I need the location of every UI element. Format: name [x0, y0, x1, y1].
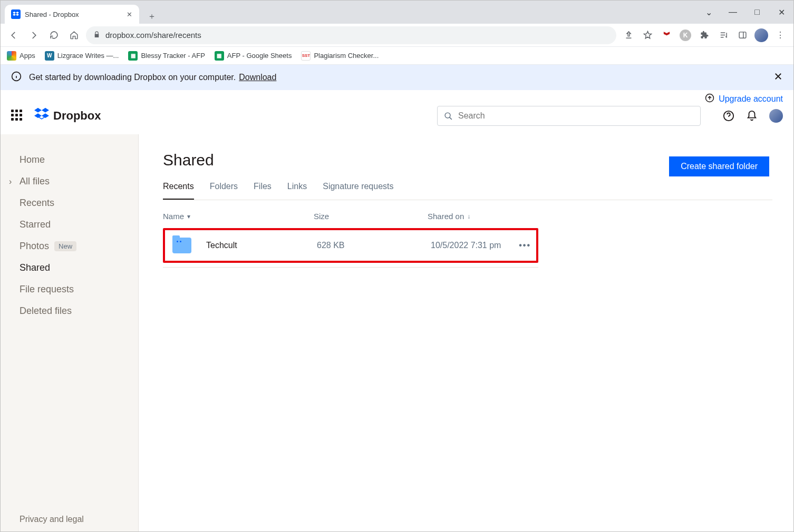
app-header: Dropbox — [1, 105, 793, 134]
reload-button[interactable] — [46, 27, 62, 43]
bookmark-apps[interactable]: Apps — [7, 51, 35, 61]
home-button[interactable] — [66, 27, 82, 43]
row-name: Techcult — [206, 241, 317, 250]
back-button[interactable] — [6, 27, 22, 43]
bookmarks-bar: Apps WLizgrace Writes —... ▦Blessy Track… — [1, 47, 793, 65]
bookmark-plagiarism[interactable]: SSTPlagiarism Checker... — [301, 51, 379, 61]
tab-recents[interactable]: Recents — [163, 182, 194, 200]
svg-point-3 — [445, 113, 450, 118]
dropbox-logo[interactable]: Dropbox — [34, 107, 101, 125]
sidebar-item-photos[interactable]: PhotosNew — [1, 235, 138, 257]
close-window-button[interactable]: ✕ — [769, 3, 793, 22]
table-header: Name▾ Size Shared on↓ — [163, 200, 538, 228]
upgrade-icon — [705, 93, 714, 105]
side-panel-icon[interactable] — [734, 27, 750, 43]
browser-toolbar: dropbox.com/share/recents K ⋮ — [1, 24, 793, 47]
help-icon[interactable] — [723, 110, 734, 122]
tab-links[interactable]: Links — [287, 182, 307, 200]
column-size[interactable]: Size — [314, 212, 428, 221]
close-tab-icon[interactable]: ✕ — [125, 11, 133, 18]
sidebar-item-recents[interactable]: Recents — [1, 192, 138, 214]
url-text: dropbox.com/share/recents — [105, 31, 201, 40]
table-row[interactable]: Techcult 628 KB 10/5/2022 7:31 pm ••• — [165, 230, 536, 261]
bookmark-lizgrace[interactable]: WLizgrace Writes —... — [45, 51, 119, 61]
search-icon — [444, 112, 453, 121]
sidebar-item-deleted-files[interactable]: Deleted files — [1, 300, 138, 322]
tab-title: Shared - Dropbox — [25, 11, 121, 18]
tab-signature-requests[interactable]: Signature requests — [323, 182, 393, 200]
tab-strip: Shared - Dropbox ✕ ＋ — [1, 1, 793, 24]
close-banner-icon[interactable] — [773, 72, 783, 83]
sort-arrow-icon: ↓ — [467, 213, 470, 220]
extensions-icon[interactable] — [696, 27, 712, 43]
mcafee-icon[interactable] — [659, 27, 674, 43]
row-separator — [163, 267, 538, 268]
row-shared-on: 10/5/2022 7:31 pm — [431, 241, 531, 250]
bookmark-star-icon[interactable] — [640, 27, 655, 43]
forward-button[interactable] — [26, 27, 42, 43]
dropbox-favicon — [11, 9, 21, 19]
privacy-legal-link[interactable]: Privacy and legal — [1, 509, 138, 529]
search-input[interactable] — [458, 111, 694, 121]
browser-tab[interactable]: Shared - Dropbox ✕ — [5, 5, 139, 24]
column-name[interactable]: Name▾ — [163, 212, 314, 221]
main-panel: Shared Create shared folder Recents Fold… — [139, 134, 793, 532]
search-box[interactable] — [437, 106, 701, 126]
chrome-menu-icon[interactable]: ⋮ — [772, 27, 788, 43]
sort-indicator-icon: ▾ — [187, 213, 190, 220]
shared-folder-icon — [172, 238, 191, 253]
sidebar: Home All files Recents Starred PhotosNew… — [1, 134, 139, 532]
app-launcher-icon[interactable] — [11, 110, 24, 122]
upgrade-link[interactable]: Upgrade account — [719, 94, 783, 104]
download-banner: Get started by downloading Dropbox on yo… — [1, 65, 793, 90]
row-size: 628 KB — [317, 241, 431, 250]
create-shared-folder-button[interactable]: Create shared folder — [669, 156, 769, 176]
content-area: Home All files Recents Starred PhotosNew… — [1, 134, 793, 532]
row-more-icon[interactable]: ••• — [519, 241, 531, 250]
browser-chrome: ⌄ — □ ✕ Shared - Dropbox ✕ ＋ — [1, 1, 793, 65]
tabs: Recents Folders Files Links Signature re… — [163, 182, 772, 200]
download-link[interactable]: Download — [239, 73, 276, 82]
sidebar-item-file-requests[interactable]: File requests — [1, 279, 138, 300]
toolbar-actions: K ⋮ — [621, 27, 788, 43]
tab-files[interactable]: Files — [254, 182, 272, 200]
upgrade-row: Upgrade account — [1, 90, 793, 105]
minimize-button[interactable]: — — [721, 3, 745, 22]
reading-list-icon[interactable] — [715, 27, 731, 43]
dropbox-mark-icon — [34, 107, 49, 125]
profile-avatar-icon[interactable] — [753, 27, 769, 43]
header-actions — [723, 109, 783, 123]
notifications-icon[interactable] — [746, 110, 758, 122]
new-tab-button[interactable]: ＋ — [144, 9, 159, 24]
sidebar-item-home[interactable]: Home — [1, 149, 138, 171]
chevron-down-icon[interactable]: ⌄ — [696, 3, 721, 22]
svg-rect-0 — [739, 32, 746, 38]
banner-text: Get started by downloading Dropbox on yo… — [29, 73, 236, 82]
bookmark-afp[interactable]: ▦AFP - Google Sheets — [215, 51, 292, 61]
share-icon[interactable] — [621, 27, 636, 43]
bookmark-blessy[interactable]: ▦Blessy Tracker - AFP — [128, 51, 205, 61]
new-badge: New — [54, 241, 76, 251]
profile-k-icon[interactable]: K — [677, 27, 693, 43]
window-controls: ⌄ — □ ✕ — [696, 1, 793, 24]
brand-text: Dropbox — [53, 109, 101, 123]
highlighted-row-frame: Techcult 628 KB 10/5/2022 7:31 pm ••• — [163, 228, 538, 263]
sidebar-item-shared[interactable]: Shared — [1, 257, 138, 279]
lock-icon — [93, 31, 100, 40]
address-bar[interactable]: dropbox.com/share/recents — [86, 26, 616, 44]
sidebar-item-all-files[interactable]: All files — [1, 171, 138, 192]
user-avatar[interactable] — [769, 109, 783, 123]
info-icon — [11, 71, 22, 84]
maximize-button[interactable]: □ — [745, 3, 769, 22]
column-shared-on[interactable]: Shared on↓ — [428, 212, 538, 221]
tab-folders[interactable]: Folders — [210, 182, 238, 200]
sidebar-item-starred[interactable]: Starred — [1, 214, 138, 235]
